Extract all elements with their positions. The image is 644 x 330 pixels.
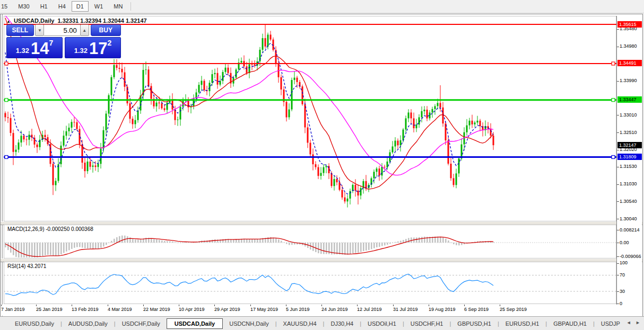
date-tick-label: 12 Jul 2019	[357, 307, 382, 312]
date-tick-label: 10 Apr 2019	[179, 307, 205, 312]
chart-tab-usdchf-h1[interactable]: USDCHF,H1	[404, 319, 450, 328]
price-tick-mark	[617, 115, 619, 115]
rsi-tick-label: 70	[620, 272, 625, 278]
date-tick-mark	[429, 305, 429, 306]
sell-price-box[interactable]: 1.32 14 7	[6, 37, 63, 58]
macd-tick-label: -0.009066	[620, 254, 641, 259]
tab-scroll-arrows-icon[interactable]: ◄ ►	[626, 320, 642, 325]
date-tick-mark	[464, 305, 465, 306]
timeframe-button-m30[interactable]: M30	[13, 1, 34, 12]
chart-tab-gbpusd-h1[interactable]: GBPUSD,H1	[451, 319, 498, 328]
chart-header: ▲USDCAD,Daily 1.32331 1.32394 1.32044 1.…	[6, 17, 147, 24]
volume-increase-button[interactable]: ▲	[80, 24, 89, 36]
buy-price-sup: 2	[108, 39, 112, 47]
date-tick-mark	[393, 305, 394, 306]
rsi-indicator-plot[interactable]	[4, 262, 616, 304]
line-handle[interactable]	[612, 62, 615, 65]
price-tick-mark	[617, 81, 619, 82]
macd-tick-mark	[617, 243, 619, 243]
date-tick-mark	[179, 305, 179, 306]
price-tick-label: 1.31530	[620, 164, 637, 169]
line-handle[interactable]	[5, 62, 8, 65]
line-handle[interactable]	[5, 99, 8, 102]
price-badge: 1.35615	[617, 21, 642, 28]
buy-price-box[interactable]: 1.32 17 2	[65, 37, 121, 58]
line-handle[interactable]	[5, 156, 8, 159]
macd-indicator-plot[interactable]	[4, 225, 616, 258]
volume-input[interactable]: 5.00	[44, 24, 80, 36]
chart-tab-bar: EURUSD,Daily|AUDUSD,Daily|USDCHF,DailyUS…	[0, 316, 644, 330]
date-tick-mark	[286, 305, 286, 306]
price-badge: 1.31809	[617, 154, 642, 160]
price-tick-mark	[617, 132, 619, 133]
timeframe-button-w1[interactable]: W1	[90, 1, 108, 12]
price-tick-label: 1.32510	[620, 130, 637, 135]
trading-terminal: 15M30H1H4D1W1MN ▲USDCAD,Daily 1.32331 1.…	[0, 0, 644, 330]
line-handle[interactable]	[612, 156, 615, 159]
rsi-tick-mark	[617, 263, 619, 264]
rsi-tick-mark	[617, 304, 619, 304]
rsi-label: RSI(14) 43.2071	[7, 263, 46, 269]
macd-tick-label: 0.00	[620, 240, 629, 245]
price-tick-label: 1.31030	[620, 181, 637, 186]
buy-button[interactable]: BUY	[91, 24, 121, 36]
macd-label: MACD(12,26,9) -0.000250 0.000368	[7, 226, 93, 232]
chart-symbol-label: USDCAD,Daily	[14, 17, 54, 24]
timeframe-button-h4[interactable]: H4	[54, 1, 71, 12]
date-tick-mark	[321, 305, 322, 306]
price-tick-mark	[617, 184, 619, 185]
chart-tab-xauusd-h4[interactable]: XAUUSD,H4	[277, 319, 323, 328]
sell-button[interactable]: SELL	[6, 24, 34, 36]
date-tick-mark	[250, 305, 251, 306]
price-tick-mark	[617, 201, 619, 202]
date-tick-label: 19 Aug 2019	[429, 307, 456, 312]
rsi-tick-label: 30	[620, 289, 625, 294]
sell-price-prefix: 1.32	[16, 47, 29, 55]
date-tick-mark	[36, 305, 37, 306]
chart-tab-eurusd-daily[interactable]: EURUSD,Daily	[8, 319, 60, 328]
date-tick-label: 17 May 2019	[250, 307, 278, 312]
buy-price-big: 17	[89, 41, 107, 56]
price-tick-label: 1.33990	[620, 78, 637, 83]
chart-tab-usdoil-h1[interactable]: USDOil,H1	[361, 319, 403, 328]
collapse-triangle-icon[interactable]: ▲	[6, 19, 11, 24]
rsi-tick-mark	[617, 291, 619, 292]
date-tick-label: 13 Feb 2019	[72, 307, 99, 312]
price-tick-mark	[617, 29, 619, 30]
date-tick-mark	[500, 305, 500, 306]
chart-tab-dj30-h4[interactable]: DJ30,H4	[324, 319, 360, 328]
date-tick-label: 31 Jul 2019	[393, 307, 418, 312]
chart-tab-usdcad-daily[interactable]: USDCAD,Daily	[167, 318, 223, 329]
date-tick-label: 29 Apr 2019	[214, 307, 240, 312]
rsi-tick-mark	[617, 275, 619, 275]
chart-tab-audusd-daily[interactable]: AUDUSD,Daily	[62, 319, 114, 328]
chart-tab-gbpaud-h1[interactable]: GBPAUD,H1	[547, 319, 593, 328]
chart-tab-usdchf-daily[interactable]: USDCHF,Daily	[116, 319, 167, 328]
price-tick-label: 1.34980	[620, 43, 637, 49]
price-tick-mark	[617, 167, 619, 167]
toolbar-separator	[130, 2, 131, 11]
timeframe-button-d1[interactable]: D1	[72, 1, 89, 12]
date-tick-label: 22 Mar 2019	[143, 307, 170, 312]
chart-tab-usdcnh-daily[interactable]: USDCNH,Daily	[223, 319, 275, 328]
volume-decrease-button[interactable]: ▼	[35, 24, 44, 36]
date-tick-mark	[108, 305, 108, 306]
timeframe-button-15[interactable]: 15	[0, 1, 12, 12]
price-tick-mark	[617, 47, 619, 47]
sell-price-big: 14	[31, 41, 49, 56]
chart-tab-usdjp[interactable]: USDJP	[595, 319, 626, 328]
timeframe-toolbar: 15M30H1H4D1W1MN	[0, 0, 644, 13]
date-tick-mark	[1, 305, 2, 306]
date-tick-label: 24 Jun 2019	[321, 307, 348, 312]
line-handle[interactable]	[612, 99, 615, 102]
date-tick-label: 25 Sep 2019	[500, 307, 527, 312]
timeframe-button-mn[interactable]: MN	[109, 1, 127, 12]
timeframe-button-h1[interactable]: H1	[36, 1, 53, 12]
one-click-trade-panel: SELL ▼ 5.00 ▲ BUY 1.32 14 7 1.32 17 2	[6, 24, 121, 58]
date-tick-label: 25 Jan 2019	[36, 307, 63, 312]
date-tick-mark	[357, 305, 358, 306]
price-tick-mark	[617, 219, 619, 219]
chart-tab-eurusd-h1[interactable]: EURUSD,H1	[499, 319, 546, 328]
chart-ohlc-values: 1.32331 1.32394 1.32044 1.32147	[57, 17, 146, 24]
price-tick-label: 1.30040	[620, 216, 637, 221]
